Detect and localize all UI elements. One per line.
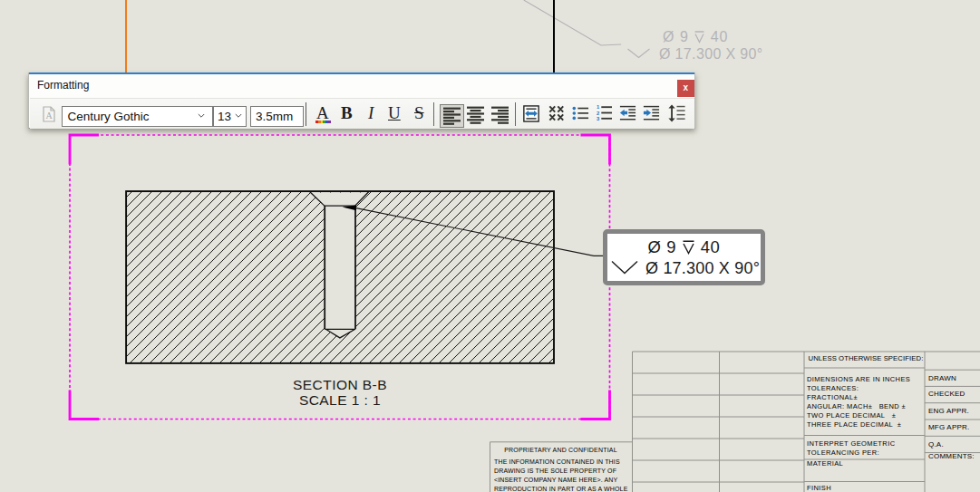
svg-text:3: 3 (597, 116, 600, 121)
svg-text:A: A (45, 111, 53, 121)
svg-text:1: 1 (597, 104, 600, 110)
svg-text:2: 2 (597, 111, 600, 116)
